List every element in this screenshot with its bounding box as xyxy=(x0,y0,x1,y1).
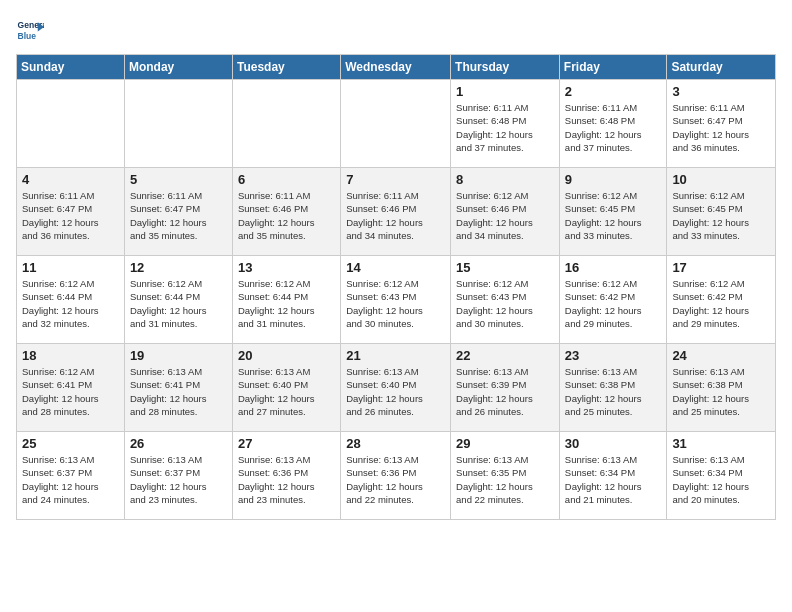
calendar-cell: 4Sunrise: 6:11 AM Sunset: 6:47 PM Daylig… xyxy=(17,168,125,256)
day-number: 20 xyxy=(238,348,335,363)
day-info: Sunrise: 6:12 AM Sunset: 6:42 PM Dayligh… xyxy=(672,277,770,330)
day-number: 3 xyxy=(672,84,770,99)
day-number: 12 xyxy=(130,260,227,275)
weekday-header-thursday: Thursday xyxy=(451,55,560,80)
week-row-1: 1Sunrise: 6:11 AM Sunset: 6:48 PM Daylig… xyxy=(17,80,776,168)
day-info: Sunrise: 6:13 AM Sunset: 6:36 PM Dayligh… xyxy=(238,453,335,506)
calendar-cell: 6Sunrise: 6:11 AM Sunset: 6:46 PM Daylig… xyxy=(232,168,340,256)
day-info: Sunrise: 6:13 AM Sunset: 6:40 PM Dayligh… xyxy=(238,365,335,418)
day-number: 2 xyxy=(565,84,662,99)
weekday-header-row: SundayMondayTuesdayWednesdayThursdayFrid… xyxy=(17,55,776,80)
day-info: Sunrise: 6:11 AM Sunset: 6:48 PM Dayligh… xyxy=(456,101,554,154)
day-info: Sunrise: 6:13 AM Sunset: 6:38 PM Dayligh… xyxy=(672,365,770,418)
day-info: Sunrise: 6:13 AM Sunset: 6:34 PM Dayligh… xyxy=(565,453,662,506)
day-info: Sunrise: 6:11 AM Sunset: 6:46 PM Dayligh… xyxy=(346,189,445,242)
calendar-cell xyxy=(341,80,451,168)
calendar-cell: 2Sunrise: 6:11 AM Sunset: 6:48 PM Daylig… xyxy=(559,80,667,168)
day-info: Sunrise: 6:12 AM Sunset: 6:45 PM Dayligh… xyxy=(672,189,770,242)
calendar-cell: 25Sunrise: 6:13 AM Sunset: 6:37 PM Dayli… xyxy=(17,432,125,520)
calendar-cell: 30Sunrise: 6:13 AM Sunset: 6:34 PM Dayli… xyxy=(559,432,667,520)
calendar-cell: 3Sunrise: 6:11 AM Sunset: 6:47 PM Daylig… xyxy=(667,80,776,168)
calendar-cell: 18Sunrise: 6:12 AM Sunset: 6:41 PM Dayli… xyxy=(17,344,125,432)
week-row-2: 4Sunrise: 6:11 AM Sunset: 6:47 PM Daylig… xyxy=(17,168,776,256)
day-info: Sunrise: 6:13 AM Sunset: 6:37 PM Dayligh… xyxy=(130,453,227,506)
day-info: Sunrise: 6:11 AM Sunset: 6:47 PM Dayligh… xyxy=(130,189,227,242)
day-number: 15 xyxy=(456,260,554,275)
day-info: Sunrise: 6:12 AM Sunset: 6:42 PM Dayligh… xyxy=(565,277,662,330)
day-number: 6 xyxy=(238,172,335,187)
calendar-cell: 21Sunrise: 6:13 AM Sunset: 6:40 PM Dayli… xyxy=(341,344,451,432)
day-info: Sunrise: 6:11 AM Sunset: 6:47 PM Dayligh… xyxy=(672,101,770,154)
day-number: 27 xyxy=(238,436,335,451)
day-number: 13 xyxy=(238,260,335,275)
day-number: 19 xyxy=(130,348,227,363)
calendar-cell xyxy=(232,80,340,168)
calendar-cell: 14Sunrise: 6:12 AM Sunset: 6:43 PM Dayli… xyxy=(341,256,451,344)
calendar-cell: 29Sunrise: 6:13 AM Sunset: 6:35 PM Dayli… xyxy=(451,432,560,520)
calendar-cell: 31Sunrise: 6:13 AM Sunset: 6:34 PM Dayli… xyxy=(667,432,776,520)
day-number: 22 xyxy=(456,348,554,363)
calendar-cell: 10Sunrise: 6:12 AM Sunset: 6:45 PM Dayli… xyxy=(667,168,776,256)
calendar-cell: 9Sunrise: 6:12 AM Sunset: 6:45 PM Daylig… xyxy=(559,168,667,256)
calendar-cell: 13Sunrise: 6:12 AM Sunset: 6:44 PM Dayli… xyxy=(232,256,340,344)
calendar-cell xyxy=(17,80,125,168)
day-number: 1 xyxy=(456,84,554,99)
weekday-header-tuesday: Tuesday xyxy=(232,55,340,80)
week-row-5: 25Sunrise: 6:13 AM Sunset: 6:37 PM Dayli… xyxy=(17,432,776,520)
day-info: Sunrise: 6:11 AM Sunset: 6:48 PM Dayligh… xyxy=(565,101,662,154)
day-number: 16 xyxy=(565,260,662,275)
calendar-cell: 15Sunrise: 6:12 AM Sunset: 6:43 PM Dayli… xyxy=(451,256,560,344)
day-info: Sunrise: 6:13 AM Sunset: 6:36 PM Dayligh… xyxy=(346,453,445,506)
day-number: 26 xyxy=(130,436,227,451)
day-number: 10 xyxy=(672,172,770,187)
day-number: 5 xyxy=(130,172,227,187)
day-info: Sunrise: 6:13 AM Sunset: 6:38 PM Dayligh… xyxy=(565,365,662,418)
day-number: 7 xyxy=(346,172,445,187)
calendar-cell: 1Sunrise: 6:11 AM Sunset: 6:48 PM Daylig… xyxy=(451,80,560,168)
day-number: 17 xyxy=(672,260,770,275)
weekday-header-wednesday: Wednesday xyxy=(341,55,451,80)
day-info: Sunrise: 6:12 AM Sunset: 6:45 PM Dayligh… xyxy=(565,189,662,242)
day-number: 9 xyxy=(565,172,662,187)
day-number: 8 xyxy=(456,172,554,187)
calendar-cell: 23Sunrise: 6:13 AM Sunset: 6:38 PM Dayli… xyxy=(559,344,667,432)
weekday-header-friday: Friday xyxy=(559,55,667,80)
day-number: 31 xyxy=(672,436,770,451)
calendar-cell: 12Sunrise: 6:12 AM Sunset: 6:44 PM Dayli… xyxy=(124,256,232,344)
weekday-header-monday: Monday xyxy=(124,55,232,80)
calendar-cell: 17Sunrise: 6:12 AM Sunset: 6:42 PM Dayli… xyxy=(667,256,776,344)
header: General Blue xyxy=(16,16,776,44)
day-number: 28 xyxy=(346,436,445,451)
logo: General Blue xyxy=(16,16,48,44)
day-number: 4 xyxy=(22,172,119,187)
calendar-cell: 22Sunrise: 6:13 AM Sunset: 6:39 PM Dayli… xyxy=(451,344,560,432)
calendar-cell: 20Sunrise: 6:13 AM Sunset: 6:40 PM Dayli… xyxy=(232,344,340,432)
calendar-cell: 16Sunrise: 6:12 AM Sunset: 6:42 PM Dayli… xyxy=(559,256,667,344)
day-number: 14 xyxy=(346,260,445,275)
day-number: 18 xyxy=(22,348,119,363)
day-number: 11 xyxy=(22,260,119,275)
day-info: Sunrise: 6:12 AM Sunset: 6:43 PM Dayligh… xyxy=(456,277,554,330)
svg-text:Blue: Blue xyxy=(18,31,37,41)
day-number: 23 xyxy=(565,348,662,363)
week-row-4: 18Sunrise: 6:12 AM Sunset: 6:41 PM Dayli… xyxy=(17,344,776,432)
day-info: Sunrise: 6:12 AM Sunset: 6:46 PM Dayligh… xyxy=(456,189,554,242)
day-info: Sunrise: 6:11 AM Sunset: 6:47 PM Dayligh… xyxy=(22,189,119,242)
day-number: 30 xyxy=(565,436,662,451)
logo-icon: General Blue xyxy=(16,16,44,44)
day-info: Sunrise: 6:11 AM Sunset: 6:46 PM Dayligh… xyxy=(238,189,335,242)
day-info: Sunrise: 6:12 AM Sunset: 6:44 PM Dayligh… xyxy=(22,277,119,330)
calendar-cell: 11Sunrise: 6:12 AM Sunset: 6:44 PM Dayli… xyxy=(17,256,125,344)
calendar-cell: 7Sunrise: 6:11 AM Sunset: 6:46 PM Daylig… xyxy=(341,168,451,256)
weekday-header-sunday: Sunday xyxy=(17,55,125,80)
day-info: Sunrise: 6:13 AM Sunset: 6:39 PM Dayligh… xyxy=(456,365,554,418)
calendar-cell xyxy=(124,80,232,168)
day-info: Sunrise: 6:13 AM Sunset: 6:40 PM Dayligh… xyxy=(346,365,445,418)
day-info: Sunrise: 6:13 AM Sunset: 6:37 PM Dayligh… xyxy=(22,453,119,506)
calendar-cell: 24Sunrise: 6:13 AM Sunset: 6:38 PM Dayli… xyxy=(667,344,776,432)
weekday-header-saturday: Saturday xyxy=(667,55,776,80)
calendar-cell: 19Sunrise: 6:13 AM Sunset: 6:41 PM Dayli… xyxy=(124,344,232,432)
day-info: Sunrise: 6:12 AM Sunset: 6:44 PM Dayligh… xyxy=(130,277,227,330)
day-info: Sunrise: 6:12 AM Sunset: 6:44 PM Dayligh… xyxy=(238,277,335,330)
day-number: 25 xyxy=(22,436,119,451)
